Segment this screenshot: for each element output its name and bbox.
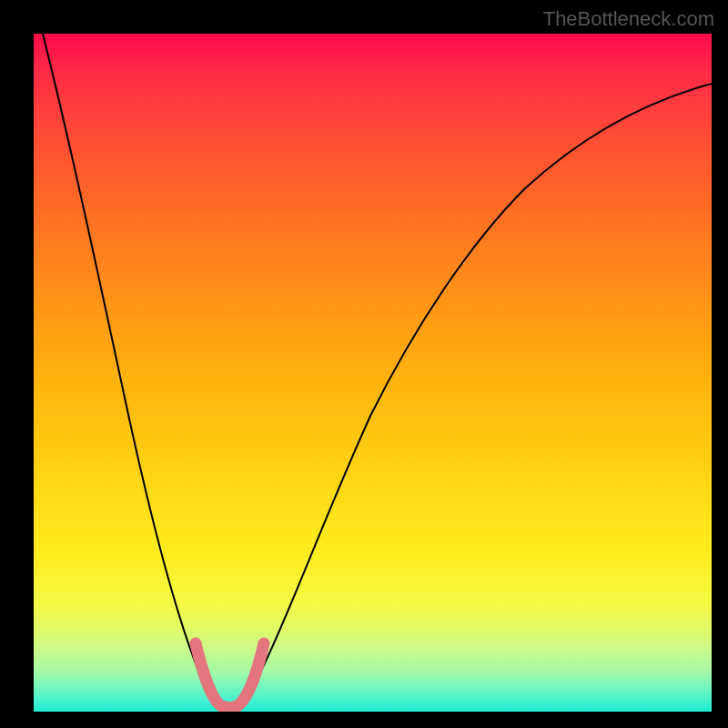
optimal-zone-marker [196,643,264,708]
bottleneck-curve [43,34,712,709]
watermark: TheBottleneck.com [543,7,714,31]
chart-area [34,34,712,712]
chart-svg [34,34,712,712]
